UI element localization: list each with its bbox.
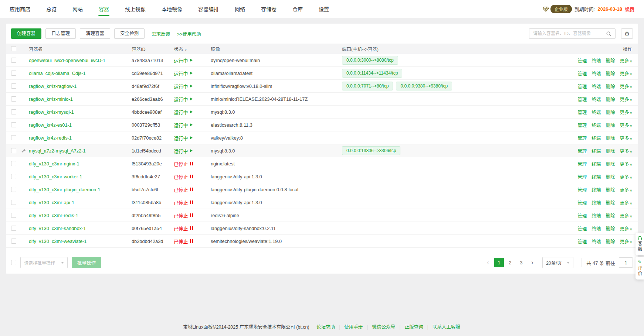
row-action-terminal[interactable]: 终端	[592, 225, 601, 232]
container-name-link[interactable]: dify_v130_c3mr-worker-1	[29, 174, 82, 179]
status-filter-chevron-icon[interactable]: ∨	[184, 48, 187, 52]
footer-link-2[interactable]: 使用手册	[344, 325, 363, 330]
row-action-terminal[interactable]: 终端	[592, 199, 601, 206]
row-action-terminal[interactable]: 终端	[592, 96, 601, 103]
row-action-more[interactable]: 更多∨	[620, 251, 632, 252]
row-checkbox[interactable]	[11, 96, 16, 102]
row-checkbox[interactable]	[11, 226, 16, 231]
search-input[interactable]	[529, 31, 602, 36]
create-container-button[interactable]: 创建容器	[11, 28, 41, 39]
row-action-terminal[interactable]: 终端	[592, 134, 601, 141]
row-action-delete[interactable]: 删除	[606, 147, 615, 154]
row-checkbox[interactable]	[11, 109, 16, 114]
row-action-manage[interactable]: 管理	[577, 83, 587, 90]
settings-button[interactable]: ⚙	[621, 28, 633, 39]
nav-item-3[interactable]: 网站	[72, 0, 83, 18]
row-action-manage[interactable]: 管理	[577, 109, 587, 116]
row-action-more[interactable]: 更多∨	[620, 238, 632, 245]
row-action-terminal[interactable]: 终端	[592, 238, 601, 245]
row-action-manage[interactable]: 管理	[577, 251, 587, 252]
row-action-delete[interactable]: 删除	[606, 57, 615, 64]
row-action-manage[interactable]: 管理	[577, 212, 587, 219]
row-action-terminal[interactable]: 终端	[592, 212, 601, 219]
row-action-manage[interactable]: 管理	[577, 225, 587, 232]
help-link[interactable]: >>使用帮助	[177, 30, 201, 37]
row-action-more[interactable]: 更多∨	[620, 225, 632, 232]
batch-select-all-checkbox[interactable]	[11, 260, 16, 265]
row-action-terminal[interactable]: 终端	[592, 173, 601, 180]
row-checkbox[interactable]	[11, 200, 16, 205]
container-name-link[interactable]: dify_v130_c3mr-api-1	[29, 200, 74, 205]
renew-link[interactable]: 续费	[625, 6, 634, 13]
row-action-delete[interactable]: 删除	[606, 212, 615, 219]
row-action-delete[interactable]: 删除	[606, 83, 615, 90]
row-checkbox[interactable]	[11, 148, 16, 153]
batch-operation-select[interactable]: 请选择批量操作	[20, 257, 68, 268]
row-action-more[interactable]: 更多∨	[620, 109, 632, 116]
container-name-link[interactable]: dify_v130_c3mr-redis-1	[29, 213, 78, 218]
nav-item-8[interactable]: 网络	[235, 0, 245, 18]
row-action-delete[interactable]: 删除	[606, 160, 615, 167]
container-name-link[interactable]: ragflow_kr4z-minio-1	[29, 96, 73, 102]
row-action-manage[interactable]: 管理	[577, 238, 587, 245]
container-name-link[interactable]: openwebui_iwcd-openwebui_iwcD-1	[29, 58, 105, 63]
row-action-more[interactable]: 更多∨	[620, 83, 632, 90]
nav-item-4[interactable]: 容器	[99, 0, 109, 18]
nav-item-10[interactable]: 仓库	[292, 0, 303, 18]
row-action-manage[interactable]: 管理	[577, 199, 587, 206]
nav-item-2[interactable]: 总览	[46, 0, 57, 18]
row-action-more[interactable]: 更多∨	[620, 173, 632, 180]
row-action-terminal[interactable]: 终端	[592, 186, 601, 193]
row-action-more[interactable]: 更多∨	[620, 212, 632, 219]
clean-container-button[interactable]: 清理容器	[80, 28, 110, 39]
select-all-checkbox[interactable]	[11, 46, 16, 51]
row-action-manage[interactable]: 管理	[577, 160, 587, 167]
row-action-more[interactable]: 更多∨	[620, 96, 632, 103]
rate-tab[interactable]: ✎ 评价	[635, 257, 644, 280]
row-action-manage[interactable]: 管理	[577, 186, 587, 193]
row-action-manage[interactable]: 管理	[577, 173, 587, 180]
nav-item-1[interactable]: 应用商店	[10, 0, 30, 18]
feedback-link[interactable]: 需求反馈	[152, 30, 170, 37]
page-button-2[interactable]: 2	[505, 258, 515, 267]
support-tab[interactable]: 客服	[635, 233, 644, 255]
page-next-button[interactable]: ›	[528, 258, 537, 267]
row-action-more[interactable]: 更多∨	[620, 186, 632, 193]
container-name-link[interactable]: dify_v130_c3mr-web-1	[29, 251, 77, 252]
row-action-delete[interactable]: 删除	[606, 238, 615, 245]
row-action-more[interactable]: 更多∨	[620, 160, 632, 167]
row-action-delete[interactable]: 删除	[606, 70, 615, 77]
goto-page-input[interactable]	[619, 257, 633, 268]
row-action-terminal[interactable]: 终端	[592, 109, 601, 116]
search-button[interactable]	[602, 29, 615, 38]
footer-link-4[interactable]: 正版查询	[404, 325, 423, 330]
footer-link-1[interactable]: 论坛求助	[316, 325, 335, 330]
row-checkbox[interactable]	[11, 58, 16, 63]
nav-item-9[interactable]: 存储卷	[261, 0, 277, 18]
row-action-delete[interactable]: 删除	[606, 109, 615, 116]
container-name-link[interactable]: ragflow_kr4z-ragflow-1	[29, 83, 77, 89]
footer-link-5[interactable]: 联系人工客服	[433, 325, 460, 330]
row-action-manage[interactable]: 管理	[577, 134, 587, 141]
row-action-manage[interactable]: 管理	[577, 96, 587, 103]
row-action-more[interactable]: 更多∨	[620, 199, 632, 206]
row-action-manage[interactable]: 管理	[577, 121, 587, 128]
nav-item-6[interactable]: 本地镜像	[162, 0, 182, 18]
row-action-delete[interactable]: 删除	[606, 199, 615, 206]
container-name-link[interactable]: ragflow_kr4z-redis-1	[29, 135, 72, 141]
row-checkbox[interactable]	[11, 161, 16, 166]
row-action-more[interactable]: 更多∨	[620, 134, 632, 141]
row-checkbox[interactable]	[11, 174, 16, 179]
row-checkbox[interactable]	[11, 83, 16, 89]
row-action-delete[interactable]: 删除	[606, 225, 615, 232]
row-action-terminal[interactable]: 终端	[592, 121, 601, 128]
row-action-more[interactable]: 更多∨	[620, 147, 632, 154]
row-action-delete[interactable]: 删除	[606, 173, 615, 180]
row-action-terminal[interactable]: 终端	[592, 70, 601, 77]
batch-operate-button[interactable]: 批量操作	[72, 257, 101, 268]
nav-item-7[interactable]: 容器编排	[198, 0, 219, 18]
row-checkbox[interactable]	[11, 187, 16, 192]
log-manage-button[interactable]: 日志管理	[45, 28, 76, 39]
container-name-link[interactable]: dify_v130_c3mr-nginx-1	[29, 161, 79, 167]
row-checkbox[interactable]	[11, 122, 16, 127]
